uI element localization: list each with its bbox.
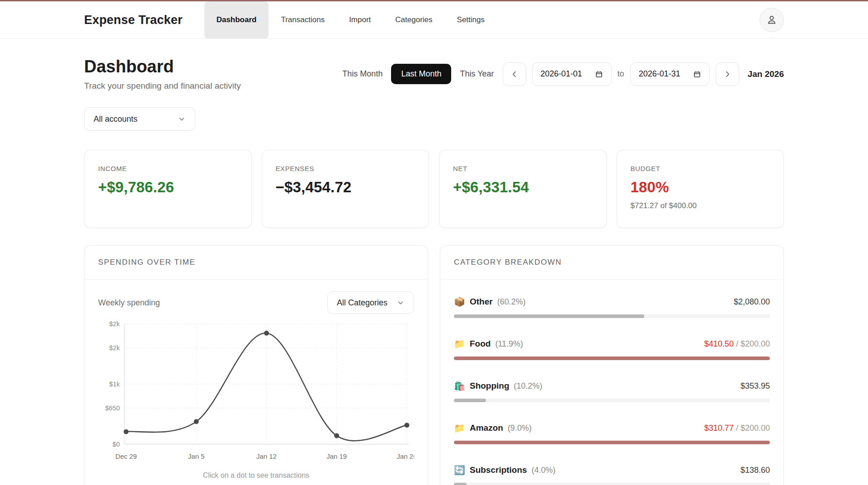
- stat-value: +$6,331.54: [453, 179, 593, 196]
- category-amount: $353.95: [741, 381, 770, 391]
- category-progress-fill: [454, 314, 644, 318]
- y-axis-tick-label: $0: [113, 441, 120, 448]
- category-amount: $138.60: [741, 466, 770, 475]
- nav-item-categories[interactable]: Categories: [383, 1, 444, 38]
- stat-value: +$9,786.26: [98, 179, 238, 196]
- period-controls: This MonthLast MonthThis Year 2026-01-01…: [340, 62, 784, 86]
- accounts-filter-value: All accounts: [94, 114, 137, 124]
- main-nav: DashboardTransactionsImportCategoriesSet…: [204, 1, 497, 38]
- start-date-input[interactable]: 2026-01-01: [532, 62, 612, 86]
- stat-card-net: NET+$6,331.54: [439, 150, 607, 228]
- category-row-food: 📁Food(11.9%)$410.50 / $200.00: [454, 329, 770, 371]
- category-row-subscriptions: 🔄Subscriptions(4.0%)$138.60: [454, 455, 770, 485]
- stat-card-income: INCOME+$9,786.26: [84, 150, 252, 228]
- x-axis-tick-label: Jan 26: [397, 452, 414, 460]
- stat-label: EXPENSES: [276, 165, 415, 172]
- chart-dot-jan-19[interactable]: [334, 433, 339, 438]
- nav-item-settings[interactable]: Settings: [445, 1, 497, 38]
- category-percent: (11.9%): [495, 339, 523, 349]
- chart-dot-jan-12[interactable]: [264, 331, 269, 336]
- folder-icon: 📁: [454, 339, 465, 348]
- spending-over-time-card: SPENDING OVER TIME Weekly spending All C…: [84, 245, 428, 485]
- category-amount: $310.77 / $200.00: [704, 423, 770, 433]
- x-axis-tick-label: Dec 29: [115, 452, 137, 460]
- stat-cards: INCOME+$9,786.26EXPENSES−$3,454.72NET+$6…: [84, 150, 784, 228]
- stat-label: NET: [453, 165, 593, 172]
- category-name: Amazon: [470, 423, 503, 433]
- stat-note: $721.27 of $400.00: [631, 201, 770, 210]
- prev-period-button[interactable]: [503, 62, 526, 86]
- end-date-input[interactable]: 2026-01-31: [630, 62, 710, 86]
- spending-card-title: SPENDING OVER TIME: [85, 246, 428, 280]
- stat-value: 180%: [631, 179, 770, 196]
- category-progress-track: [454, 441, 770, 444]
- folder-icon: 📁: [454, 423, 465, 433]
- category-amount: $2,080.00: [734, 297, 770, 307]
- period-preset-this-month[interactable]: This Month: [340, 64, 385, 84]
- package-icon: 📦: [454, 297, 465, 306]
- category-name: Other: [470, 297, 493, 307]
- budget-separator: /: [734, 423, 741, 433]
- category-row-shopping: 🛍️Shopping(10.2%)$353.95: [454, 371, 770, 413]
- stat-card-budget: BUDGET180%$721.27 of $400.00: [617, 150, 784, 228]
- nav-item-dashboard[interactable]: Dashboard: [204, 1, 269, 38]
- category-percent: (60.2%): [497, 297, 526, 307]
- category-name: Food: [470, 339, 491, 349]
- spending-line-chart[interactable]: $2k$2k$1k$650$0Dec 29Jan 5Jan 12Jan 19Ja…: [98, 317, 414, 466]
- period-preset-last-month[interactable]: Last Month: [391, 64, 451, 84]
- stat-label: INCOME: [98, 165, 238, 172]
- category-progress-track: [454, 399, 770, 402]
- chart-dot-dec-29[interactable]: [123, 429, 128, 434]
- chart-dot-jan-26[interactable]: [405, 423, 410, 428]
- category-budget: $200.00: [741, 339, 770, 348]
- category-progress-track: [454, 314, 770, 318]
- nav-item-import[interactable]: Import: [337, 1, 383, 38]
- category-row-amazon: 📁Amazon(9.0%)$310.77 / $200.00: [454, 413, 770, 455]
- category-breakdown-card: CATEGORY BREAKDOWN 📦Other(60.2%)$2,080.0…: [440, 245, 784, 485]
- chevron-right-icon: [723, 70, 731, 78]
- category-progress-fill: [454, 441, 770, 444]
- category-spent-over: $310.77: [704, 423, 734, 433]
- current-period-label: Jan 2026: [748, 69, 784, 79]
- period-preset-this-year[interactable]: This Year: [457, 64, 496, 84]
- category-card-title: CATEGORY BREAKDOWN: [440, 246, 783, 280]
- app-header: Expense Tracker DashboardTransactionsImp…: [0, 1, 868, 39]
- category-list: 📦Other(60.2%)$2,080.00📁Food(11.9%)$410.5…: [440, 280, 783, 485]
- date-range-separator: to: [618, 69, 624, 79]
- user-avatar-button[interactable]: [760, 8, 784, 32]
- category-progress-fill: [454, 357, 770, 360]
- nav-item-transactions[interactable]: Transactions: [269, 1, 337, 38]
- category-filter-select[interactable]: All Categories: [327, 291, 414, 314]
- calendar-icon: [693, 70, 701, 78]
- accounts-filter-select[interactable]: All accounts: [84, 107, 195, 131]
- category-spent-over: $410.50: [704, 339, 734, 348]
- category-percent: (4.0%): [532, 466, 556, 475]
- category-progress-fill: [454, 483, 467, 485]
- category-percent: (9.0%): [508, 423, 532, 433]
- stat-card-expenses: EXPENSES−$3,454.72: [262, 150, 429, 228]
- calendar-icon: [595, 70, 603, 78]
- chevron-down-icon: [396, 299, 405, 307]
- chart-subtitle: Weekly spending: [98, 298, 160, 308]
- y-axis-tick-label: $2k: [109, 320, 120, 328]
- category-row-other: 📦Other(60.2%)$2,080.00: [454, 291, 770, 329]
- x-axis-tick-label: Jan 19: [326, 452, 347, 460]
- stat-label: BUDGET: [631, 165, 770, 172]
- shopping-bags-icon: 🛍️: [454, 381, 465, 390]
- start-date-value: 2026-01-01: [541, 69, 582, 79]
- category-amount: $410.50 / $200.00: [704, 339, 770, 349]
- chart-dot-jan-5[interactable]: [194, 419, 199, 424]
- next-period-button[interactable]: [716, 62, 739, 86]
- x-axis-tick-label: Jan 12: [256, 452, 277, 460]
- page-title: Dashboard: [84, 57, 241, 76]
- category-filter-value: All Categories: [337, 298, 387, 308]
- page-subtitle: Track your spending and financial activi…: [84, 81, 241, 91]
- recurring-icon: 🔄: [454, 466, 465, 475]
- category-name: Shopping: [470, 381, 509, 391]
- y-axis-tick-label: $1k: [109, 380, 120, 388]
- y-axis-tick-label: $650: [105, 404, 120, 412]
- end-date-value: 2026-01-31: [639, 69, 680, 79]
- budget-separator: /: [734, 339, 741, 348]
- x-axis-tick-label: Jan 5: [188, 452, 205, 460]
- category-progress-track: [454, 357, 770, 360]
